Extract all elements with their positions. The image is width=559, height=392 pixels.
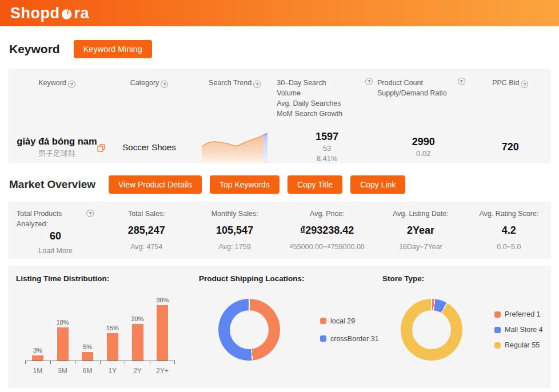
shipping-locations-legend: local 29 crossBorder 31 — [320, 317, 379, 343]
local-swatch — [320, 318, 326, 324]
col-header-search-volume: ? 30–Day Search Volume Avg. Daily Search… — [277, 78, 377, 119]
bar-3M[interactable]: 18% — [50, 319, 75, 361]
mall-store-swatch — [494, 327, 501, 333]
col-header-ppc-bid: PPC Bid? — [470, 78, 552, 119]
legend-item-crossborder[interactable]: crossBorder 31 — [320, 335, 379, 343]
keyword-table-panel: Keyword? Category? Search Trend? ? 30–Da… — [8, 69, 551, 163]
avg-rating-range: 0.0~5.0 — [467, 243, 551, 251]
bar-1M[interactable]: 3% — [25, 347, 50, 361]
avg-daily-searches-value: 53 — [277, 143, 377, 154]
keyword-translation: 男子足球鞋 — [16, 149, 98, 159]
search-trend-cell — [193, 131, 277, 163]
bar-1Y[interactable]: 15% — [100, 325, 125, 361]
charts-panel: Listing Time Distribution: 3%18%5%15%20%… — [8, 266, 551, 388]
regular-swatch — [494, 342, 501, 349]
copy-title-button[interactable]: Copy Title — [288, 175, 342, 194]
total-sales-avg: Avg: 4754 — [103, 243, 190, 251]
stat-avg-price: Avg. Price: ₫293238.42 ₫55000.00~₫759000… — [280, 209, 374, 259]
store-type-donut[interactable] — [401, 299, 462, 361]
help-icon[interactable]: ? — [161, 81, 168, 88]
crossborder-swatch — [320, 335, 326, 342]
stat-avg-listing-date: Avg. Listing Date: 2Year 16Day~7Year — [374, 209, 467, 259]
listing-time-bar-chart: 3%18%5%15%20%38% 1M3M6M1Y2Y2Y+ — [25, 287, 175, 375]
search-volume-value: 1597 — [277, 131, 377, 143]
ppc-bid-value: 720 — [470, 141, 552, 153]
keyword-title: Keyword — [9, 42, 60, 56]
keyword-table-header: Keyword? Category? Search Trend? ? 30–Da… — [8, 78, 551, 119]
copy-link-button[interactable]: Copy Link — [350, 175, 405, 194]
market-overview-title: Market Overview — [9, 178, 95, 191]
copy-icon[interactable] — [97, 143, 106, 153]
monthly-sales-value: 105,547 — [190, 225, 280, 237]
legend-item-preferred[interactable]: Preferred 1 — [494, 310, 543, 318]
avg-price-value: ₫293238.42 — [280, 225, 374, 237]
col-header-category: Category? — [106, 78, 193, 119]
bar-2Y[interactable]: 20% — [125, 315, 150, 361]
stat-monthly-sales: Monthly Sales: 105,547 Avg: 1759 — [190, 209, 280, 259]
search-trend-sparkline — [202, 131, 267, 163]
stat-total-sales: Total Sales: 285,247 Avg: 4754 — [103, 209, 190, 259]
x-axis — [25, 361, 175, 364]
shipping-locations-chart: Product Shipping Locations: local 29 cro… — [190, 274, 381, 388]
avg-listing-date-range: 16Day~7Year — [374, 243, 467, 251]
help-icon[interactable]: ? — [458, 78, 465, 85]
stat-total-products: ? Total Products Analyzed: 60 Load More — [8, 209, 103, 259]
product-count-value: 2990 — [377, 136, 470, 148]
keyword-text: giày đá bóng nam — [16, 135, 98, 147]
help-icon[interactable]: ? — [521, 81, 528, 88]
store-type-title: Store Type: — [382, 274, 543, 283]
store-type-chart: Store Type: Preferred 1 Mall Store 4 Reg… — [381, 274, 543, 388]
total-sales-value: 285,247 — [103, 225, 190, 237]
bar-2Y+[interactable]: 38% — [150, 297, 175, 361]
preferred-swatch — [494, 311, 501, 318]
help-icon[interactable]: ? — [253, 81, 261, 88]
col-header-search-trend: Search Trend? — [193, 78, 277, 119]
shipping-locations-donut[interactable] — [218, 299, 280, 361]
store-type-legend: Preferred 1 Mall Store 4 Regular 55 — [494, 310, 543, 349]
total-products-value: 60 — [8, 230, 103, 242]
col-header-keyword: Keyword? — [8, 78, 106, 119]
avg-price-range: ₫55000.00~₫759000.00 — [280, 243, 374, 251]
x-axis-labels: 1M3M6M1Y2Y2Y+ — [25, 367, 175, 375]
market-stats-panel: ? Total Products Analyzed: 60 Load More … — [8, 202, 551, 259]
keyword-section-header: Keyword Keyword Mining — [0, 26, 559, 69]
help-icon[interactable]: ? — [68, 81, 75, 88]
category-cell: Soccer Shoes — [106, 142, 193, 152]
monthly-sales-avg: Avg: 1759 — [190, 243, 280, 251]
product-count-cell: 2990 0.02 — [377, 136, 470, 159]
market-overview-header: Market Overview View Product Details Top… — [0, 163, 559, 202]
avg-listing-date-value: 2Year — [374, 225, 467, 237]
help-icon[interactable]: ? — [365, 78, 373, 85]
logo-text-post: ra — [74, 5, 89, 22]
col-header-product-count: ? Product Count Supply/Demand Ratio — [377, 78, 470, 119]
keyword-table-row[interactable]: giày đá bóng nam 男子足球鞋 Soccer Shoes — [8, 131, 551, 164]
legend-item-local[interactable]: local 29 — [320, 317, 379, 325]
search-volume-cell: 1597 53 8.41% — [277, 131, 377, 164]
legend-item-mall-store[interactable]: Mall Store 4 — [494, 326, 543, 334]
pie-logo-icon — [61, 8, 73, 21]
keyword-cell: giày đá bóng nam 男子足球鞋 — [8, 135, 106, 159]
bar-6M[interactable]: 5% — [75, 343, 100, 361]
legend-item-regular[interactable]: Regular 55 — [494, 341, 543, 349]
avg-rating-value: 4.2 — [467, 225, 551, 237]
stat-avg-rating: Avg. Rating Score: 4.2 0.0~5.0 — [467, 209, 551, 259]
shipping-locations-title: Product Shipping Locations: — [199, 274, 381, 283]
listing-time-chart: Listing Time Distribution: 3%18%5%15%20%… — [8, 274, 190, 388]
ppc-bid-cell: 720 — [470, 141, 552, 153]
top-bar: Shopd ra — [0, 0, 559, 26]
mom-growth-value: 8.41% — [277, 154, 377, 164]
shopdora-logo[interactable]: Shopd ra — [10, 5, 89, 22]
listing-time-chart-title: Listing Time Distribution: — [16, 274, 190, 283]
logo-text-pre: Shopd — [10, 5, 59, 22]
supply-demand-ratio-value: 0.02 — [377, 149, 470, 159]
view-product-details-button[interactable]: View Product Details — [109, 175, 202, 194]
keyword-mining-button[interactable]: Keyword Mining — [74, 40, 152, 58]
load-more-link[interactable]: Load More — [8, 247, 103, 255]
top-keywords-button[interactable]: Top Keywords — [210, 175, 280, 194]
